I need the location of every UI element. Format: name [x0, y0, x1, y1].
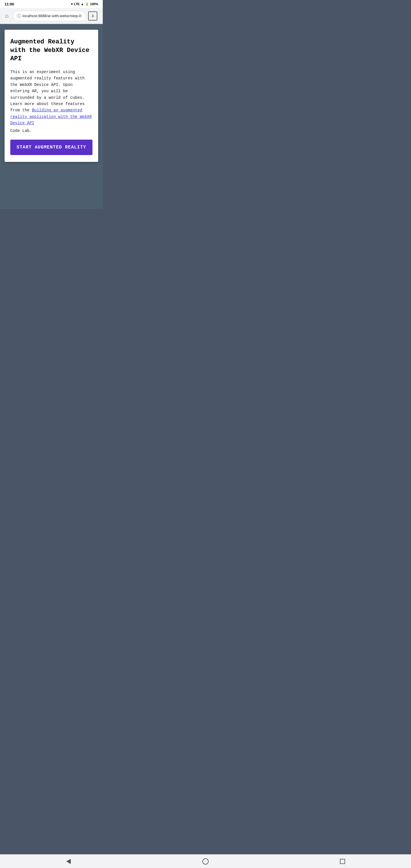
info-icon: ⓘ — [17, 13, 21, 19]
home-icon: ⌂ — [5, 12, 8, 19]
card-title: Augmented Reality with the WebXR Device … — [10, 38, 92, 63]
description-text-part1: This is an experiment using augmented re… — [10, 70, 85, 113]
content-card: Augmented Reality with the WebXR Device … — [5, 30, 98, 162]
battery-icon: 🔋 — [85, 2, 89, 6]
tab-count: 3 — [92, 14, 94, 18]
card-description-suffix: Code Lab. — [10, 128, 92, 134]
home-button[interactable]: ⌂ — [3, 12, 11, 20]
tab-button[interactable]: 3 — [88, 11, 97, 21]
status-icons: ▾ LTE ▲ 🔋 100% — [71, 2, 98, 6]
card-description: This is an experiment using augmented re… — [10, 69, 92, 126]
battery-percent: 100% — [90, 2, 98, 6]
address-bar[interactable]: ⓘ localhost:8888/ar-with-webxr/step-0: — [13, 11, 86, 21]
status-bar: 11:00 ▾ LTE ▲ 🔋 100% — [0, 0, 103, 8]
page-content: Augmented Reality with the WebXR Device … — [0, 24, 103, 209]
wifi-icon: ▾ — [71, 2, 73, 6]
status-time: 11:00 — [5, 2, 14, 6]
start-ar-button[interactable]: START AUGMENTED REALITY — [10, 140, 92, 155]
signal-label: LTE — [74, 2, 80, 6]
url-text: localhost:8888/ar-with-webxr/step-0: — [23, 14, 82, 18]
menu-button[interactable] — [100, 12, 103, 20]
signal-bars-icon: ▲ — [81, 2, 84, 6]
browser-bar: ⌂ ⓘ localhost:8888/ar-with-webxr/step-0:… — [0, 8, 103, 24]
